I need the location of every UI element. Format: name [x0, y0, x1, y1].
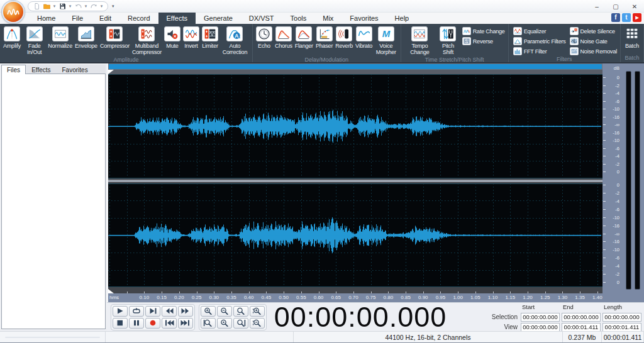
overview-scrollbar[interactable]: [109, 64, 602, 69]
pause-button[interactable]: [129, 318, 144, 329]
menu-tab-favorites[interactable]: Favorites: [341, 13, 386, 24]
zoom-selection-button[interactable]: [201, 318, 216, 329]
fft-filter-button[interactable]: FFT Filter: [513, 47, 566, 55]
zoom-cursor-button[interactable]: [233, 318, 248, 329]
voice-morpher-button[interactable]: MVoice Morpher: [374, 26, 399, 56]
noise-gate-button[interactable]: Noise Gate: [570, 37, 617, 45]
waveform-canvas[interactable]: [108, 74, 602, 287]
mute-button[interactable]: Mute: [163, 26, 182, 50]
ribbon-button-label: Voice Morpher: [375, 43, 397, 55]
save-dropdown-icon[interactable]: ▾: [68, 4, 72, 9]
play-to-end-button[interactable]: [145, 306, 160, 317]
envelope-button[interactable]: Envelope: [74, 26, 99, 50]
waveform-editor[interactable]: hms0.100.150.200.250.300.350.400.450.500…: [108, 63, 602, 302]
reverse-icon: [462, 37, 471, 45]
zoom-seconds-button[interactable]: [233, 306, 248, 317]
normalize-icon: [52, 26, 69, 41]
menu-tab-record[interactable]: Record: [119, 13, 158, 24]
ribbon-button-label: Vibrato: [355, 43, 372, 49]
menu-tab-home[interactable]: Home: [29, 13, 64, 24]
zoom-vertical-in-button[interactable]: [250, 306, 265, 317]
invert-button[interactable]: Invert: [182, 26, 201, 50]
selection-length-field[interactable]: 00:00:00.000: [602, 313, 641, 322]
cursor-marker-top-icon[interactable]: [108, 70, 114, 74]
menu-tab-file[interactable]: File: [64, 13, 91, 24]
selection-end-field[interactable]: 00:00:00.000: [562, 313, 601, 322]
view-length-field[interactable]: 00:00:01.411: [602, 323, 641, 332]
fade-in-out-button[interactable]: Fade In/Out: [22, 26, 47, 56]
redo-button[interactable]: [89, 3, 98, 11]
multiband-compressor-button[interactable]: Multiband Compressor: [131, 26, 163, 56]
file-list-panel[interactable]: [1, 74, 106, 329]
chorus-button[interactable]: Chorus: [274, 26, 294, 50]
close-button[interactable]: ✕: [625, 0, 644, 13]
undo-button[interactable]: [74, 3, 82, 11]
parametric-filters-button[interactable]: Parametric Filters: [513, 37, 566, 45]
ruler-tick-label: 1.35: [575, 295, 585, 300]
rewind-button[interactable]: [162, 306, 177, 317]
go-to-end-button[interactable]: [178, 318, 193, 329]
open-button[interactable]: [42, 3, 51, 11]
echo-button[interactable]: Echo: [255, 26, 274, 50]
menu-tab-help[interactable]: Help: [387, 13, 418, 24]
pitch-shift-button[interactable]: Pitch Shift: [436, 26, 460, 56]
reverse-button[interactable]: Reverse: [462, 37, 505, 45]
amplify-button[interactable]: Amplify: [2, 26, 22, 50]
view-end-field[interactable]: 00:00:01.411: [562, 323, 601, 332]
selection-start-field[interactable]: 00:00:00.000: [521, 313, 560, 322]
zoom-in-button[interactable]: [201, 306, 216, 317]
stop-button[interactable]: [113, 318, 128, 329]
view-start-field[interactable]: 00:00:00.000: [521, 323, 560, 332]
selection-view-panel: StartEndLengthSelection00:00:00.00000:00…: [489, 303, 641, 332]
menu-tab-edit[interactable]: Edit: [91, 13, 119, 24]
menu-tab-effects[interactable]: Effects: [158, 13, 196, 24]
save-button[interactable]: [58, 3, 67, 11]
tempo-change-button[interactable]: Tempo Change: [403, 26, 436, 56]
go-to-start-button[interactable]: [162, 318, 177, 329]
normalize-button[interactable]: Normalize: [47, 26, 74, 50]
record-button[interactable]: [145, 318, 160, 329]
overview-scroll-track[interactable]: [108, 63, 602, 70]
rate-change-button[interactable]: Rate Change: [462, 27, 505, 35]
app-logo-icon[interactable]: [2, 1, 25, 23]
compressor-button[interactable]: Compressor: [99, 26, 131, 50]
ribbon-group-label: Batch: [623, 54, 641, 62]
vibrato-button[interactable]: Vibrato: [354, 26, 374, 50]
zoom-vertical-out-button[interactable]: [250, 318, 265, 329]
ribbon-button-label: Limiter: [202, 43, 218, 49]
batch-button[interactable]: Batch: [623, 26, 641, 50]
minimize-button[interactable]: –: [587, 0, 606, 13]
undo-dropdown-icon[interactable]: ▾: [84, 4, 88, 9]
equalizer-button[interactable]: Equalizer: [513, 27, 566, 35]
maximize-button[interactable]: ▢: [606, 0, 625, 13]
zoom-out-button[interactable]: [217, 306, 232, 317]
menu-tab-dx-vst[interactable]: DX/VST: [241, 13, 282, 24]
delete-silence-button[interactable]: Delete Silence: [570, 27, 617, 35]
open-dropdown-icon[interactable]: ▾: [52, 4, 57, 9]
youtube-icon[interactable]: ▸: [633, 13, 641, 22]
top-marker-strip[interactable]: [108, 70, 602, 74]
side-tab-favorites[interactable]: Favorites: [57, 65, 94, 74]
reverb-button[interactable]: Reverb: [334, 26, 354, 50]
quick-access-customize-icon[interactable]: ▾: [112, 4, 114, 9]
side-tab-files[interactable]: Files: [1, 65, 26, 74]
facebook-icon[interactable]: f: [611, 13, 620, 22]
menu-tab-generate[interactable]: Generate: [196, 13, 241, 24]
limiter-button[interactable]: Limiter: [201, 26, 219, 50]
twitter-icon[interactable]: t: [622, 13, 631, 22]
ribbon-button-label: Chorus: [275, 43, 292, 49]
db-scale-label: -10: [613, 106, 619, 112]
menu-tab-mix[interactable]: Mix: [314, 13, 341, 24]
phaser-button[interactable]: Phaser: [314, 26, 334, 50]
loop-button[interactable]: [129, 306, 144, 317]
fast-forward-button[interactable]: [178, 306, 193, 317]
auto-correction-button[interactable]: AAuto Correction: [219, 26, 250, 56]
noise-removal-button[interactable]: Noise Removal: [570, 47, 617, 55]
zoom-full-button[interactable]: [217, 318, 232, 329]
new-button[interactable]: [32, 3, 41, 11]
redo-dropdown-icon[interactable]: ▾: [99, 4, 104, 9]
play-button[interactable]: [113, 306, 128, 317]
flanger-button[interactable]: Flanger: [294, 26, 314, 50]
side-tab-effects[interactable]: Effects: [26, 65, 56, 74]
menu-tab-tools[interactable]: Tools: [282, 13, 315, 24]
